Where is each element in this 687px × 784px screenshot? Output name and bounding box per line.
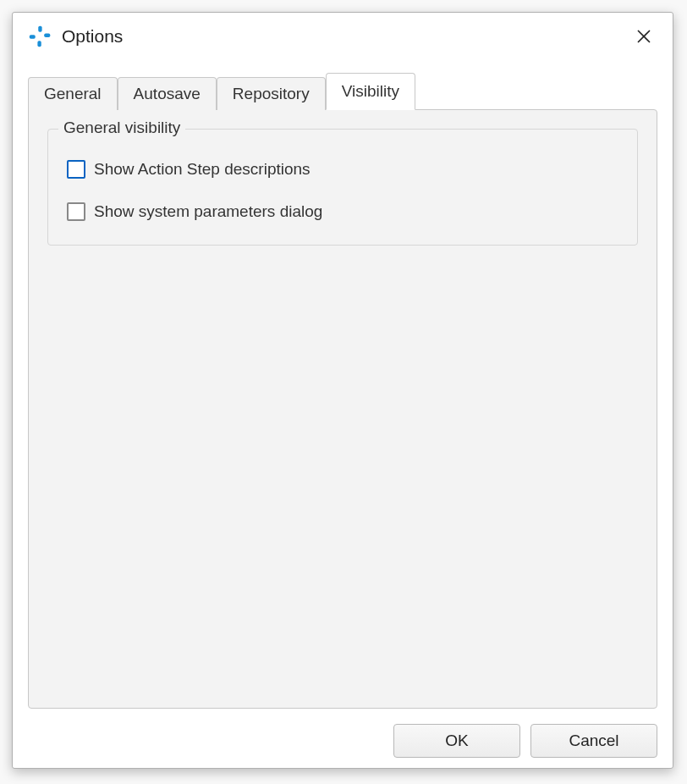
tab-visibility[interactable]: Visibility <box>326 73 415 110</box>
checkbox-label: Show Action Step descriptions <box>94 160 311 179</box>
close-button[interactable] <box>627 19 661 53</box>
button-label: Cancel <box>569 732 618 750</box>
svg-rect-0 <box>38 26 41 32</box>
checkbox[interactable] <box>67 160 85 179</box>
svg-rect-1 <box>44 34 50 37</box>
dialog-button-row: OK Cancel <box>13 715 673 768</box>
button-label: OK <box>445 732 468 750</box>
tab-page-visibility: General visibility Show Action Step desc… <box>28 109 657 709</box>
options-dialog: Options General Autosave Repository <box>12 12 673 769</box>
tab-autosave[interactable]: Autosave <box>118 77 217 110</box>
titlebar: Options <box>13 13 673 60</box>
group-general-visibility: General visibility Show Action Step desc… <box>47 129 638 246</box>
cancel-button[interactable]: Cancel <box>530 724 657 758</box>
tab-general[interactable]: General <box>28 77 118 110</box>
tab-repository[interactable]: Repository <box>217 77 326 110</box>
svg-rect-2 <box>37 41 41 47</box>
tab-label: Autosave <box>134 85 201 102</box>
svg-rect-3 <box>30 35 36 38</box>
tab-label: Repository <box>233 85 310 102</box>
dialog-title: Options <box>62 26 627 47</box>
ok-button[interactable]: OK <box>393 724 520 758</box>
dialog-body: General Autosave Repository Visibility G… <box>13 60 673 715</box>
tab-label: Visibility <box>342 82 399 100</box>
group-title: General visibility <box>58 119 185 137</box>
close-icon <box>635 28 652 45</box>
tab-row: General Autosave Repository Visibility <box>28 72 657 109</box>
tab-container: General Autosave Repository Visibility G… <box>28 72 657 709</box>
app-icon <box>28 25 52 48</box>
option-show-action-step-descriptions[interactable]: Show Action Step descriptions <box>67 160 620 179</box>
checkbox[interactable] <box>67 202 85 221</box>
option-show-system-parameters-dialog[interactable]: Show system parameters dialog <box>67 202 620 221</box>
checkbox-label: Show system parameters dialog <box>94 202 322 221</box>
tab-label: General <box>44 85 102 102</box>
